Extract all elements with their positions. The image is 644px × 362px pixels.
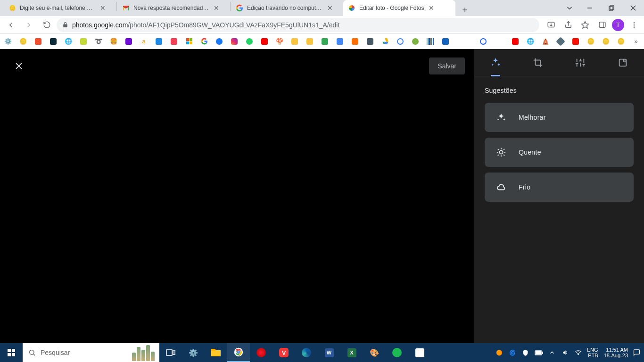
app-icon[interactable] [408, 343, 431, 362]
close-editor-button[interactable] [14, 61, 24, 71]
bookmark-icon[interactable] [479, 37, 487, 46]
install-app-icon[interactable] [544, 18, 558, 32]
bookmark-barcode-icon[interactable] [426, 37, 435, 46]
start-button[interactable] [0, 343, 23, 362]
browser-tab-1[interactable]: Nova resposta recomendada para ✕ [117, 0, 230, 16]
address-bar[interactable]: photos.google.com/photo/AF1QipP5Om89GW_V… [57, 18, 539, 32]
bookmark-youtube-icon[interactable] [260, 37, 269, 46]
bookmark-icon[interactable] [411, 37, 420, 46]
bookmark-icon[interactable] [441, 37, 450, 46]
bookmark-icon[interactable] [351, 37, 359, 46]
bookmark-icon[interactable] [124, 37, 133, 46]
bookmark-icon[interactable] [556, 37, 565, 46]
tray-language[interactable]: ENG PTB [587, 347, 598, 358]
save-button[interactable]: Salvar [429, 58, 465, 74]
bookmark-overflow-icon[interactable]: » [632, 37, 640, 46]
vivaldi-icon[interactable]: V [272, 343, 295, 362]
nav-forward-button[interactable] [21, 17, 37, 33]
tab-adjust[interactable] [571, 53, 590, 72]
bookmark-facebook-icon[interactable] [215, 37, 223, 46]
side-panel-icon[interactable] [595, 18, 609, 32]
tray-notifications-icon[interactable] [632, 348, 641, 357]
tray-clock[interactable]: 11:51 AM 18-Aug-23 [604, 347, 628, 358]
tab-filters[interactable] [613, 53, 632, 72]
taskbar-search[interactable]: Pesquisar [23, 343, 159, 362]
spotify-icon[interactable] [386, 343, 408, 362]
suggestion-warm[interactable]: Quente [485, 138, 634, 167]
bookmark-icon[interactable]: 🪙 [617, 37, 625, 46]
paint-icon[interactable]: 🎨 [363, 343, 386, 362]
bookmark-icon[interactable]: 🍔 [109, 37, 118, 46]
bookmark-icon[interactable] [34, 37, 42, 46]
word-icon[interactable]: W [318, 343, 340, 362]
window-close-button[interactable] [622, 0, 644, 16]
tray-security-icon[interactable] [521, 348, 530, 357]
tab-crop[interactable] [528, 53, 547, 72]
chrome-menu-icon[interactable] [627, 18, 641, 32]
tray-battery-icon[interactable] [534, 348, 544, 357]
bookmark-settings-icon[interactable]: ⚙️ [4, 37, 12, 46]
bookmark-icon[interactable]: 🛕 [541, 37, 550, 46]
bookmark-google-icon[interactable] [200, 37, 208, 46]
tab-suggestions[interactable] [486, 53, 505, 72]
bookmark-amazon-icon[interactable]: a [140, 37, 148, 46]
chrome-icon[interactable] [227, 343, 250, 362]
tray-overflow-icon[interactable] [547, 348, 557, 357]
bookmark-translate-icon[interactable] [336, 37, 344, 46]
edit-side-panel: Sugestões Melhorar Quente Frio [474, 49, 644, 343]
bookmark-icon[interactable]: 🪙 [19, 37, 27, 46]
bookmark-icon[interactable] [79, 37, 88, 46]
bookmark-icon[interactable] [290, 37, 299, 46]
settings-icon[interactable]: ⚙️ [182, 343, 205, 362]
bookmark-adobe-icon[interactable] [571, 37, 580, 46]
tab-close-icon[interactable]: ✕ [99, 4, 107, 12]
bookmark-icon[interactable] [49, 37, 58, 46]
bookmark-drive-icon[interactable] [381, 37, 389, 46]
tray-icon[interactable]: 🌀 [508, 348, 517, 357]
url-text: photos.google.com/photo/AF1QipP5Om89GW_V… [72, 21, 339, 29]
bookmark-icon[interactable]: 🍄 [275, 37, 284, 46]
bookmark-youtube-icon[interactable] [511, 37, 520, 46]
excel-icon[interactable]: X [340, 343, 363, 362]
bookmark-icon[interactable] [305, 37, 314, 46]
browser-tab-3-active[interactable]: Editar foto - Google Fotos ✕ [343, 0, 455, 16]
nav-reload-button[interactable] [39, 17, 55, 33]
file-explorer-icon[interactable] [205, 343, 227, 362]
tray-volume-icon[interactable] [561, 348, 570, 357]
bookmark-icon[interactable] [366, 37, 374, 46]
suggestion-cool[interactable]: Frio [485, 173, 634, 202]
tray-icon[interactable]: 🟠 [495, 348, 504, 357]
bookmark-instagram-icon[interactable] [230, 37, 239, 46]
opera-icon[interactable] [250, 343, 272, 362]
bookmark-star-icon[interactable] [578, 18, 592, 32]
svg-line-44 [504, 155, 504, 156]
bookmark-globe-icon[interactable]: 🌐 [526, 37, 535, 46]
new-tab-button[interactable]: ＋ [458, 3, 471, 16]
browser-tab-2[interactable]: Edição travando no computador ✕ [231, 0, 343, 16]
bookmark-icon[interactable] [396, 37, 405, 46]
bookmark-pocket-icon[interactable] [170, 37, 178, 46]
window-minimize-button[interactable] [579, 0, 601, 16]
window-maximize-button[interactable] [601, 0, 622, 16]
bookmark-icon[interactable]: ➰ [94, 37, 103, 46]
bookmark-globe-icon[interactable]: 🌐 [64, 37, 73, 46]
bookmark-microsoft-icon[interactable] [185, 37, 193, 46]
bookmark-icon[interactable]: 🪙 [602, 37, 610, 46]
taskview-icon[interactable] [159, 343, 182, 362]
tab-close-icon[interactable]: ✕ [213, 4, 220, 12]
bookmark-icon[interactable]: 🪙 [586, 37, 595, 46]
tab-search-chevron-icon[interactable] [560, 4, 579, 12]
bookmark-icon[interactable] [155, 37, 163, 46]
tab-close-icon[interactable]: ✕ [326, 4, 334, 12]
suggestion-enhance[interactable]: Melhorar [485, 103, 634, 132]
nav-back-button[interactable] [3, 17, 19, 33]
tab-close-icon[interactable]: ✕ [428, 4, 435, 12]
profile-avatar[interactable]: T [612, 19, 624, 31]
tray-wifi-icon[interactable] [574, 348, 583, 357]
edge-icon[interactable] [295, 343, 318, 362]
share-icon[interactable] [561, 18, 575, 32]
browser-tab-0[interactable]: 🪙 Digite seu e-mail, telefone ou usu ✕ [4, 0, 116, 16]
bookmark-icon[interactable] [321, 37, 329, 46]
bookmark-whatsapp-icon[interactable] [245, 37, 254, 46]
svg-rect-58 [211, 349, 215, 351]
